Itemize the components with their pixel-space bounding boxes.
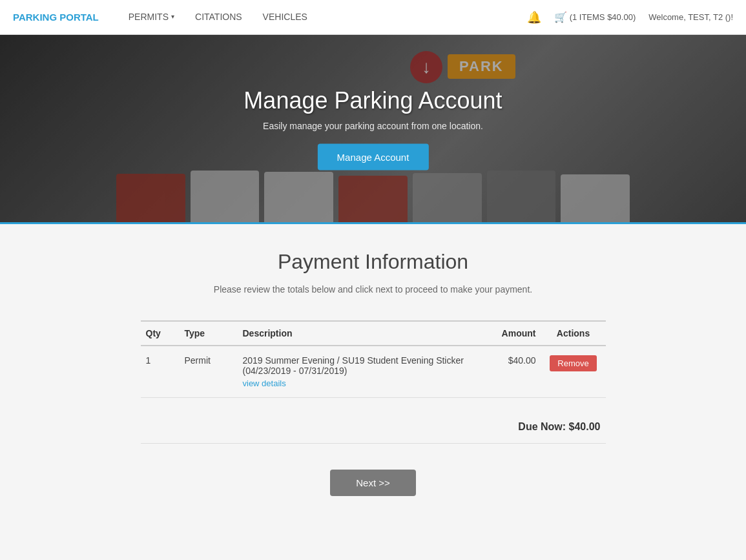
col-header-amount: Amount (477, 321, 541, 346)
due-now-row: Due Now: $40.00 (141, 411, 606, 444)
col-header-qty: Qty (141, 321, 180, 346)
payment-table: Qty Type Description Amount Actions 1 Pe… (141, 320, 606, 398)
cart-link[interactable]: 🛒 (1 ITEMS $40.00) (554, 11, 636, 23)
cart-label: (1 ITEMS $40.00) (570, 12, 636, 22)
col-header-actions: Actions (541, 321, 606, 346)
cart-icon: 🛒 (554, 11, 567, 23)
next-button-container: Next >> (141, 470, 606, 496)
payment-info-title: Payment Information (141, 250, 606, 274)
payment-info-description: Please review the totals below and click… (141, 284, 606, 295)
cell-qty: 1 (141, 346, 180, 398)
cell-amount: $40.00 (477, 346, 541, 398)
remove-button[interactable]: Remove (550, 355, 596, 371)
cell-description: 2019 Summer Evening / SU19 Student Eveni… (238, 346, 477, 398)
due-now-label: Due Now: $40.00 (518, 421, 600, 432)
chevron-down-icon: ▾ (171, 13, 174, 20)
cell-actions: Remove (541, 346, 606, 398)
welcome-text: Welcome, TEST, T2 ()! (648, 12, 733, 22)
navbar-brand[interactable]: PARKING PORTAL (13, 12, 99, 23)
main-content: Payment Information Please review the to… (128, 224, 619, 548)
hero-content: Manage Parking Account Easily manage you… (243, 87, 502, 171)
col-header-type: Type (180, 321, 238, 346)
hero-subtitle: Easily manage your parking account from … (243, 121, 502, 131)
manage-account-button[interactable]: Manage Account (318, 144, 429, 171)
cell-type: Permit (180, 346, 238, 398)
table-row: 1 Permit 2019 Summer Evening / SU19 Stud… (141, 346, 606, 398)
next-button[interactable]: Next >> (330, 470, 416, 496)
nav-link-citations[interactable]: CITATIONS (185, 0, 253, 35)
nav-link-permits[interactable]: PERMITS ▾ (118, 0, 185, 35)
col-header-description: Description (238, 321, 477, 346)
nav-link-vehicles[interactable]: VEHICLES (253, 0, 318, 35)
nav-links: PERMITS ▾ CITATIONS VEHICLES (118, 0, 527, 35)
hero-title: Manage Parking Account (243, 87, 502, 114)
hero-section: ↓ PARK Manage Parking Account Easily man… (0, 35, 746, 222)
navbar: PARKING PORTAL PERMITS ▾ CITATIONS VEHIC… (0, 0, 746, 35)
nav-right: 🔔 🛒 (1 ITEMS $40.00) Welcome, TEST, T2 (… (527, 10, 733, 25)
view-details-link[interactable]: view details (243, 379, 471, 388)
bell-icon[interactable]: 🔔 (527, 10, 541, 25)
